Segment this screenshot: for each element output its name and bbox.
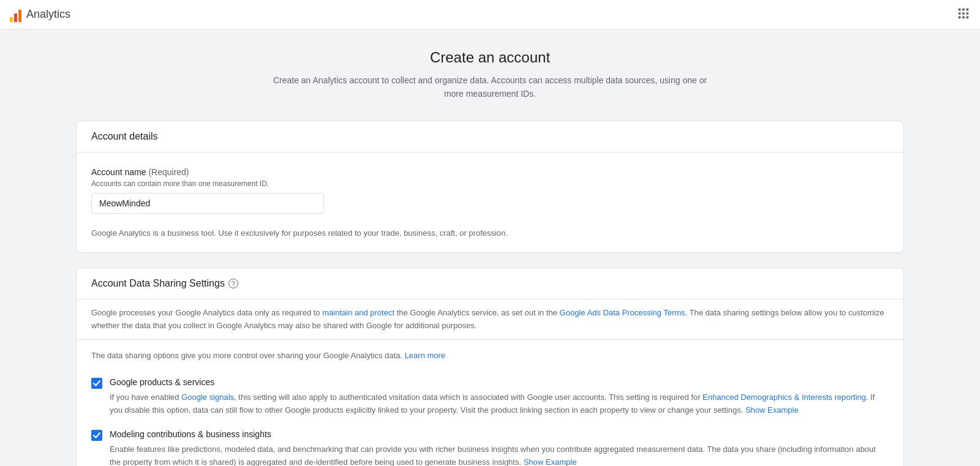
modeling-contributions-row: Modeling contributions & business insigh… (91, 429, 889, 441)
svg-rect-6 (959, 17, 961, 19)
google-products-show-example-link[interactable]: Show Example (745, 405, 799, 415)
svg-rect-2 (967, 9, 969, 11)
svg-rect-5 (967, 12, 969, 15)
logo-bar-1 (10, 17, 13, 22)
svg-rect-1 (962, 9, 965, 11)
data-sharing-intro: The data sharing options give you more c… (77, 340, 903, 367)
checkbox-section: Google products & services If you have e… (77, 367, 903, 466)
google-products-checkbox[interactable] (91, 378, 102, 389)
account-details-card: Account details Account name (Required) … (76, 121, 904, 253)
data-sharing-header: Account Data Sharing Settings ? (77, 268, 903, 299)
app-title: Analytics (26, 8, 70, 21)
google-products-item: Google products & services If you have e… (91, 377, 889, 417)
account-name-input[interactable] (91, 193, 324, 214)
data-sharing-card: Account Data Sharing Settings ? Google p… (76, 268, 904, 466)
business-notice: Google Analytics is a business tool. Use… (91, 228, 889, 238)
logo-bar-3 (18, 10, 21, 22)
enhanced-demographics-link[interactable]: Enhanced Demographics & Interests report… (703, 393, 866, 402)
modeling-contributions-label: Modeling contributions & business insigh… (110, 429, 271, 439)
google-signals-link[interactable]: Google signals (181, 393, 234, 402)
logo-bar-2 (14, 13, 17, 22)
google-products-desc: If you have enabled Google signals, this… (91, 391, 889, 417)
account-name-label: Account name (Required) (91, 167, 889, 177)
account-name-hint: Accounts can contain more than one measu… (91, 179, 889, 188)
apps-grid-icon[interactable] (957, 7, 970, 22)
account-details-header: Account details (77, 121, 903, 152)
main-content: Create an account Create an Analytics ac… (61, 29, 919, 466)
header-left: Analytics (10, 7, 70, 22)
svg-rect-4 (962, 12, 965, 15)
account-details-body: Account name (Required) Accounts can con… (77, 152, 903, 252)
ads-processing-terms-link[interactable]: Google Ads Data Processing Terms. (560, 308, 688, 317)
data-sharing-description: Google processes your Google Analytics d… (77, 299, 903, 340)
maintain-protect-link[interactable]: maintain and protect (322, 308, 394, 317)
analytics-logo (10, 7, 21, 22)
page-title: Create an account (76, 49, 904, 66)
google-products-row: Google products & services (91, 377, 889, 389)
svg-rect-0 (959, 9, 961, 11)
modeling-show-example-link[interactable]: Show Example (524, 457, 577, 466)
learn-more-link[interactable]: Learn more (405, 351, 445, 360)
app-header: Analytics (0, 0, 980, 29)
required-indicator: (Required) (148, 167, 189, 177)
help-icon[interactable]: ? (228, 279, 238, 288)
modeling-contributions-item: Modeling contributions & business insigh… (91, 429, 889, 466)
modeling-contributions-checkbox[interactable] (91, 430, 102, 441)
google-products-label: Google products & services (110, 377, 214, 387)
page-subtitle: Create an Analytics account to collect a… (76, 73, 904, 101)
svg-rect-7 (962, 17, 965, 19)
svg-rect-3 (959, 12, 961, 15)
svg-rect-8 (967, 17, 969, 19)
modeling-contributions-desc: Enable features like predictions, modele… (91, 443, 889, 466)
